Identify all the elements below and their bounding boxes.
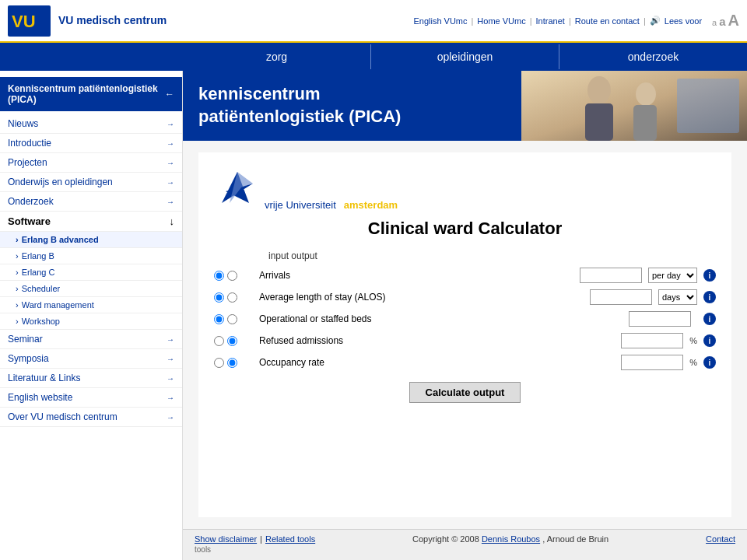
svg-rect-6: [633, 105, 657, 141]
arrivals-radio-left[interactable]: [214, 271, 224, 281]
calc-button-row: Calculate output: [214, 382, 716, 403]
beds-radio-left[interactable]: [214, 314, 224, 324]
lees-voor-link[interactable]: Lees voor: [665, 16, 702, 26]
occupancy-radio-pair: [214, 358, 253, 368]
arrivals-radio-right[interactable]: [227, 271, 237, 281]
svg-text:VU: VU: [12, 12, 36, 31]
sidebar-item-onderwijs[interactable]: Onderwijs en opleidingen →: [0, 173, 182, 192]
refused-info-button[interactable]: i: [703, 334, 716, 347]
occupancy-radio-left[interactable]: [214, 358, 224, 368]
sidebar-header[interactable]: Kenniscentrum patiëntenlogistiek (PICA) …: [0, 77, 182, 111]
sidebar-item-english-website[interactable]: English website →: [0, 388, 182, 408]
sidebar-ward-management[interactable]: › Ward management: [0, 297, 182, 313]
sidebar-software-header[interactable]: Software ↓: [0, 212, 182, 232]
arrivals-info-button[interactable]: i: [703, 269, 716, 282]
chevron-down-icon: ↓: [170, 215, 175, 227]
occupancy-row: Occupancy rate % i: [214, 355, 716, 370]
occupancy-info-button[interactable]: i: [703, 356, 716, 369]
refused-radio-pair: [214, 336, 253, 346]
arrow-icon: →: [167, 178, 174, 187]
sidebar-item-introductie[interactable]: Introductie →: [0, 134, 182, 153]
nav-zorg[interactable]: zorg: [183, 44, 371, 69]
accessibility-icon: 🔊: [650, 16, 661, 26]
font-medium[interactable]: a: [719, 15, 725, 28]
banner-image: [521, 71, 747, 141]
alos-unit-dropdown[interactable]: days hours: [658, 289, 697, 305]
beds-input[interactable]: [629, 311, 691, 327]
footer: Show disclaimer | Related tools tools Co…: [183, 529, 747, 560]
main-layout: Kenniscentrum patiëntenlogistiek (PICA) …: [0, 71, 747, 560]
alos-info-button[interactable]: i: [703, 291, 716, 303]
occupancy-input[interactable]: [621, 355, 683, 370]
arrivals-radio-pair: [214, 271, 253, 281]
home-vumc-link[interactable]: Home VUmc: [477, 16, 525, 26]
banner-text: kenniscentrum patiëntenlogistiek (PICA): [198, 83, 401, 128]
beds-radio-pair: [214, 314, 253, 324]
alos-input[interactable]: [590, 289, 652, 305]
banner: kenniscentrum patiëntenlogistiek (PICA): [183, 71, 747, 141]
sidebar-item-nieuws[interactable]: Nieuws →: [0, 114, 182, 134]
svg-point-5: [636, 82, 656, 106]
footer-author-link[interactable]: Dennis Roubos: [482, 534, 540, 544]
arrivals-input[interactable]: [580, 268, 642, 283]
sidebar-item-seminar[interactable]: Seminar →: [0, 330, 182, 349]
sidebar-back-arrow: ←: [165, 89, 174, 100]
logo-text: VU medisch centrum: [58, 14, 167, 27]
nav-opleidingen[interactable]: opleidingen: [371, 44, 559, 69]
logo-text-label: VU medisch centrum: [58, 14, 167, 26]
sidebar-erlang-b[interactable]: › Erlang B: [0, 248, 182, 264]
alos-row: Average length of stay (ALOS) days hours…: [214, 289, 716, 305]
intranet-link[interactable]: Intranet: [536, 16, 565, 26]
occupancy-radio-right[interactable]: [227, 358, 237, 368]
beds-info-button[interactable]: i: [703, 313, 716, 325]
sidebar-item-projecten[interactable]: Projecten →: [0, 153, 182, 173]
footer-contact-link[interactable]: Contact: [706, 534, 735, 544]
sidebar-erlang-c[interactable]: › Erlang C: [0, 264, 182, 281]
vu-logo-icon: VU: [8, 5, 51, 37]
route-contact-link[interactable]: Route en contact: [575, 16, 640, 26]
english-vumc-link[interactable]: English VUmc: [413, 16, 467, 26]
beds-radio-right[interactable]: [227, 314, 237, 324]
alos-radio-right[interactable]: [227, 292, 237, 303]
io-label: input output: [268, 250, 716, 261]
sidebar-item-symposia[interactable]: Symposia →: [0, 349, 182, 369]
arrow-icon: →: [167, 139, 174, 148]
vu-text: vrije Universiteit amsterdam: [265, 199, 398, 211]
sidebar-item-over-vu[interactable]: Over VU medisch centrum →: [0, 408, 182, 427]
sidebar-item-literatuur[interactable]: Literatuur & Links →: [0, 369, 182, 388]
arrow-icon: →: [167, 355, 174, 363]
sidebar-item-onderzoek[interactable]: Onderzoek →: [0, 192, 182, 212]
font-small[interactable]: a: [712, 18, 717, 27]
occupancy-label: Occupancy rate: [259, 357, 615, 368]
svg-point-3: [587, 76, 611, 104]
logo-area: VU VU medisch centrum: [8, 5, 167, 37]
font-large[interactable]: A: [728, 12, 739, 30]
refused-radio-left[interactable]: [214, 336, 224, 346]
banner-photo-svg: [521, 71, 747, 141]
show-disclaimer-link[interactable]: Show disclaimer: [195, 534, 257, 544]
calc-logo: vrije Universiteit amsterdam: [214, 168, 716, 211]
arrow-icon: →: [167, 198, 174, 206]
svg-rect-7: [677, 79, 739, 133]
nav-bar: zorg opleidingen onderzoek: [0, 43, 747, 71]
refused-unit: %: [689, 336, 697, 345]
refused-radio-right[interactable]: [227, 336, 237, 346]
nav-onderzoek[interactable]: onderzoek: [559, 44, 747, 69]
footer-left: Show disclaimer | Related tools tools: [195, 534, 315, 554]
refused-input[interactable]: [621, 333, 683, 348]
sidebar-workshop[interactable]: › Workshop: [0, 313, 182, 330]
top-links: English VUmc | Home VUmc | Intranet | Ro…: [413, 12, 739, 30]
sidebar-scheduler[interactable]: › Scheduler: [0, 281, 182, 297]
beds-row: Operational or staffed beds i: [214, 311, 716, 327]
arrivals-unit-dropdown[interactable]: per day per hour: [648, 268, 697, 283]
top-bar: VU VU medisch centrum English VUmc | Hom…: [0, 0, 747, 43]
footer-sub-text: tools: [195, 545, 315, 554]
alos-radio-pair: [214, 292, 253, 303]
arrow-icon: →: [167, 335, 174, 344]
sidebar-erlang-b-advanced[interactable]: › Erlang B advanced: [0, 232, 182, 248]
related-tools-link[interactable]: Related tools: [265, 534, 315, 544]
banner-photo: [521, 71, 747, 141]
arrow-icon: →: [167, 159, 174, 167]
alos-radio-left[interactable]: [214, 292, 224, 303]
calculate-button[interactable]: Calculate output: [409, 382, 521, 403]
